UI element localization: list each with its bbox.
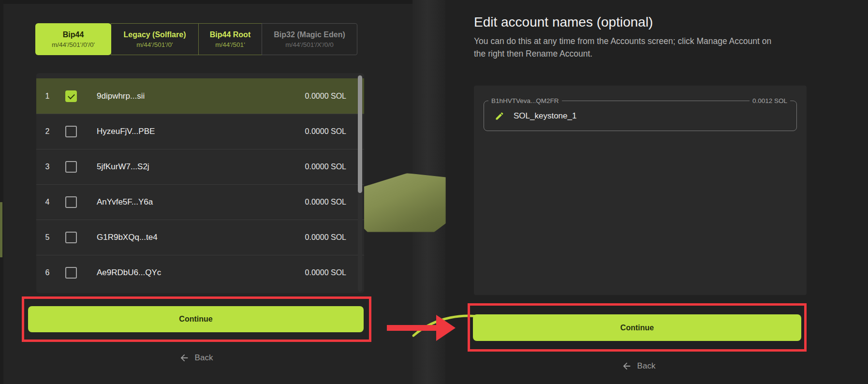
account-row[interactable]: 3 5jfKurW7...S2j 0.0000 SOL xyxy=(36,149,364,184)
account-row[interactable]: 6 Ae9RDbU6...QYc 0.0000 SOL xyxy=(36,255,364,290)
scrollbar-thumb[interactable] xyxy=(358,75,362,193)
account-checkbox[interactable] xyxy=(65,232,77,243)
tab-legacy-solflare[interactable]: Legacy (Solflare) m/44'/501'/0' xyxy=(111,23,199,55)
left-edge-green-decoration xyxy=(0,202,2,257)
page-title: Edit account names (optional) xyxy=(474,15,653,30)
derivation-path-tabs: Bip44 m/44'/501'/0'/0' Legacy (Solflare)… xyxy=(36,23,359,55)
wallet-setup-screens: Bip44 m/44'/501'/0'/0' Legacy (Solflare)… xyxy=(0,0,868,384)
tab-bip44[interactable]: Bip44 m/44'/501'/0'/0' xyxy=(35,23,111,55)
account-checkbox[interactable] xyxy=(65,196,77,208)
account-address-label: B1hHVTVeva...QM2FR xyxy=(488,97,562,105)
account-address: Ae9RDbU6...QYc xyxy=(97,268,161,278)
account-name-field[interactable]: B1hHVTVeva...QM2FR 0.0012 SOL SOL_keysto… xyxy=(484,101,797,131)
account-balance: 0.0000 SOL xyxy=(305,233,346,242)
account-row[interactable]: 1 9dipwhrp...sii 0.0000 SOL xyxy=(36,78,364,114)
account-balance: 0.0000 SOL xyxy=(305,92,346,101)
continue-button-right[interactable]: Continue xyxy=(473,314,801,341)
tab-bip44-root[interactable]: Bip44 Root m/44'/501' xyxy=(198,23,262,55)
account-index: 6 xyxy=(40,268,55,277)
back-button-left[interactable]: Back xyxy=(162,351,230,365)
account-address: AnYvfe5F...Y6a xyxy=(97,197,153,207)
left-arrow-icon xyxy=(621,361,632,371)
left-arrow-icon xyxy=(179,353,190,363)
account-row[interactable]: 4 AnYvfe5F...Y6a 0.0000 SOL xyxy=(36,184,364,220)
tab-derivation-path: m/44'/501' xyxy=(215,40,245,49)
account-balance: 0.0000 SOL xyxy=(305,162,346,171)
account-checkbox[interactable] xyxy=(65,161,77,173)
account-balance-label: 0.0012 SOL xyxy=(750,97,790,105)
account-balance: 0.0000 SOL xyxy=(305,127,346,136)
tab-label: Bip44 xyxy=(63,30,84,40)
tab-derivation-path: m/44'/501'/X'/0/0 xyxy=(285,40,333,49)
account-index: 3 xyxy=(40,162,55,171)
account-row[interactable]: 2 HyzeuFjV...PBE 0.0000 SOL xyxy=(36,114,364,149)
account-index: 1 xyxy=(40,92,55,101)
back-button-right[interactable]: Back xyxy=(604,359,672,373)
back-label: Back xyxy=(637,361,656,371)
account-list: 1 9dipwhrp...sii 0.0000 SOL 2 HyzeuFjV..… xyxy=(36,73,364,293)
account-checkbox[interactable] xyxy=(65,126,77,137)
continue-button-left[interactable]: Continue xyxy=(28,306,364,332)
tab-label: Bip32 (Magic Eden) xyxy=(274,30,345,40)
account-balance: 0.0000 SOL xyxy=(305,268,346,277)
account-row[interactable]: 5 G1R9bXQq...te4 0.0000 SOL xyxy=(36,220,364,255)
account-name-value: SOL_keystone_1 xyxy=(514,111,576,121)
account-address: G1R9bXQq...te4 xyxy=(97,233,158,242)
account-index: 5 xyxy=(40,233,55,242)
right-arrow-icon xyxy=(385,313,456,342)
keystone-device-decoration xyxy=(362,173,446,232)
tab-derivation-path: m/44'/501'/0' xyxy=(136,40,173,49)
account-checkbox[interactable] xyxy=(65,90,77,102)
account-list-scrollbar[interactable] xyxy=(358,74,362,292)
tab-label: Bip44 Root xyxy=(210,30,250,40)
left-edge-shade xyxy=(0,0,3,384)
account-address: 9dipwhrp...sii xyxy=(97,91,145,101)
pencil-icon[interactable] xyxy=(495,111,504,121)
tab-bip32-magic-eden[interactable]: Bip32 (Magic Eden) m/44'/501'/X'/0/0 xyxy=(262,23,357,55)
account-checkbox[interactable] xyxy=(65,267,77,279)
back-label: Back xyxy=(195,353,213,363)
account-address: HyzeuFjV...PBE xyxy=(97,127,155,136)
account-balance: 0.0000 SOL xyxy=(305,198,346,207)
account-address: 5jfKurW7...S2j xyxy=(97,162,149,172)
account-index: 2 xyxy=(40,127,55,136)
page-subtitle: You can do this at any time from the Acc… xyxy=(474,35,774,60)
tab-derivation-path: m/44'/501'/0'/0' xyxy=(52,40,95,49)
account-names-card: B1hHVTVeva...QM2FR 0.0012 SOL SOL_keysto… xyxy=(474,86,807,295)
account-index: 4 xyxy=(40,198,55,207)
tab-label: Legacy (Solflare) xyxy=(124,30,186,40)
